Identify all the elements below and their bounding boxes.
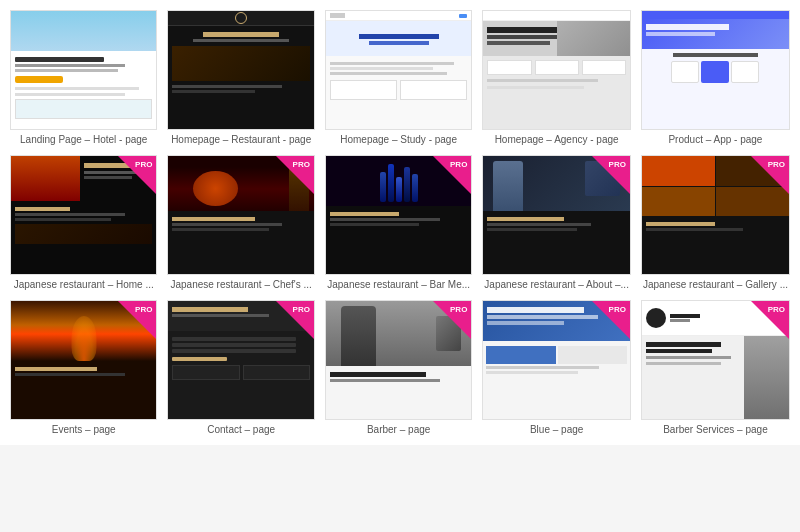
template-label-barber1: Barber – page: [325, 424, 472, 435]
template-label-jr-gallery: Japanese restaurant – Gallery ...: [641, 279, 790, 290]
template-item-jr-gallery[interactable]: PRO Japanese restaurant – Gallery ...: [641, 155, 790, 290]
pro-badge-jr-about: PRO: [592, 156, 630, 194]
template-label-jr-home: Japanese restaurant – Home ...: [10, 279, 157, 290]
template-item-contact[interactable]: PRO Contact – page: [167, 300, 314, 435]
template-thumb-agency: [482, 10, 631, 130]
template-label-events: Events – page: [10, 424, 157, 435]
pro-badge-jr-gallery: PRO: [751, 156, 789, 194]
pro-badge-barber1: PRO: [433, 301, 471, 339]
template-label-agency: Homepage – Agency - page: [482, 134, 631, 145]
template-item-restaurant[interactable]: Homepage – Restaurant - page: [167, 10, 314, 145]
template-label-barber2: Barber Services – page: [641, 424, 790, 435]
template-item-product[interactable]: Product – App - page: [641, 10, 790, 145]
template-item-jr-bar[interactable]: PRO Japanese restaurant – Bar Me...: [325, 155, 472, 290]
template-thumb-events: PRO: [10, 300, 157, 420]
pro-badge-barber2: PRO: [751, 301, 789, 339]
template-thumb-barber1: PRO: [325, 300, 472, 420]
template-item-agency[interactable]: Homepage – Agency - page: [482, 10, 631, 145]
template-thumb-jr-gallery: PRO: [641, 155, 790, 275]
template-thumb-contact: PRO: [167, 300, 314, 420]
template-item-study[interactable]: Homepage – Study - page: [325, 10, 472, 145]
template-thumb-jr-chef: PRO: [167, 155, 314, 275]
pro-badge-jr-bar: PRO: [433, 156, 471, 194]
pro-badge-events: PRO: [118, 301, 156, 339]
template-thumb-jr-bar: PRO: [325, 155, 472, 275]
template-grid: Landing Page – Hotel - page Homepage – R…: [0, 0, 800, 445]
template-thumb-blue: PRO: [482, 300, 631, 420]
template-label-hotel: Landing Page – Hotel - page: [10, 134, 157, 145]
template-label-jr-bar: Japanese restaurant – Bar Me...: [325, 279, 472, 290]
template-thumb-jr-about: PRO: [482, 155, 631, 275]
template-label-product: Product – App - page: [641, 134, 790, 145]
pro-badge-blue: PRO: [592, 301, 630, 339]
template-thumb-hotel: [10, 10, 157, 130]
template-item-barber1[interactable]: PRO Barber – page: [325, 300, 472, 435]
template-item-blue[interactable]: PRO Blue – page: [482, 300, 631, 435]
template-label-contact: Contact – page: [167, 424, 314, 435]
template-thumb-restaurant: [167, 10, 314, 130]
pro-badge-jr-home: PRO: [118, 156, 156, 194]
template-label-jr-chef: Japanese restaurant – Chef's ...: [167, 279, 314, 290]
template-thumb-barber2: PRO: [641, 300, 790, 420]
template-label-study: Homepage – Study - page: [325, 134, 472, 145]
template-label-jr-about: Japanese restaurant – About –...: [482, 279, 631, 290]
template-item-events[interactable]: PRO Events – page: [10, 300, 157, 435]
template-label-blue: Blue – page: [482, 424, 631, 435]
template-label-restaurant: Homepage – Restaurant - page: [167, 134, 314, 145]
template-thumb-product: [641, 10, 790, 130]
template-item-jr-about[interactable]: PRO Japanese restaurant – About –...: [482, 155, 631, 290]
template-thumb-study: [325, 10, 472, 130]
template-item-jr-home[interactable]: PRO Japanese restaurant –: [10, 155, 157, 290]
pro-badge-jr-chef: PRO: [276, 156, 314, 194]
template-item-barber2[interactable]: PRO: [641, 300, 790, 435]
template-item-jr-chef[interactable]: PRO Japanese restaurant – Chef's ...: [167, 155, 314, 290]
pro-badge-contact: PRO: [276, 301, 314, 339]
template-item-hotel[interactable]: Landing Page – Hotel - page: [10, 10, 157, 145]
template-thumb-jr-home: PRO: [10, 155, 157, 275]
